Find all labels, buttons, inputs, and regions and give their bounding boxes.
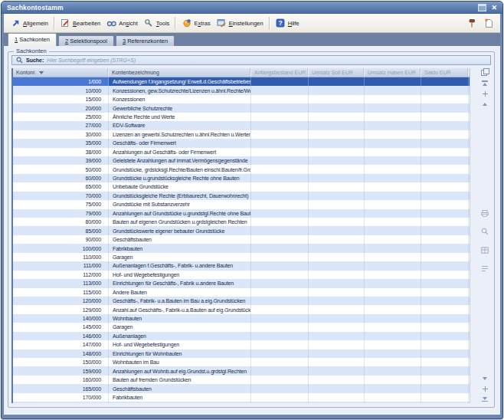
extras-icon bbox=[182, 18, 191, 28]
column-header-saldo[interactable]: Saldo EUR bbox=[421, 68, 469, 77]
saldo-value bbox=[421, 340, 469, 349]
table-row[interactable]: 50/000 Grundstücke, grdstcksgl.Rechte/Ba… bbox=[13, 165, 470, 173]
list-icon[interactable] bbox=[481, 261, 489, 275]
table-row[interactable]: 70/000 Grundstücksgleiche Rechte (Erbbau… bbox=[13, 192, 470, 200]
table-row[interactable]: 85/000 Grundstückswerte eigener bebauter… bbox=[13, 226, 470, 235]
menu-einstellungen[interactable]: Einstellungen bbox=[214, 17, 267, 30]
table-row[interactable]: 100/000 Fabrikbauten bbox=[13, 244, 470, 252]
tab-selektionspool[interactable]: 2 Selektionspool bbox=[58, 35, 114, 46]
table-row[interactable]: 111/000 Außenanlagen f.Geschäfts-, Fabri… bbox=[13, 261, 470, 270]
table-row[interactable]: 27/000 EDV-Software bbox=[13, 121, 470, 130]
umsatz-soll-value bbox=[309, 182, 365, 191]
table-row[interactable]: 148/000 Einrichtungen für Wohnbauten bbox=[13, 349, 470, 358]
column-header-umsatz-haben[interactable]: Umsatz Haben EUR bbox=[365, 68, 421, 77]
menu-ansicht[interactable]: Ansicht bbox=[103, 17, 141, 30]
menu-tools[interactable]: Tools bbox=[141, 17, 173, 30]
scroll-line-down-button[interactable] bbox=[483, 376, 487, 381]
table-row[interactable]: 120/000 Geschäfts-, Fabrik- u.a.Bauten i… bbox=[13, 297, 470, 305]
toolbar-separator bbox=[175, 17, 176, 30]
tab-sachkonten[interactable]: 1 Sachkonten bbox=[8, 33, 57, 46]
table-row[interactable]: 79/000 Anzahlungen auf Grundstücke u.gru… bbox=[13, 209, 470, 218]
table-row[interactable]: 90/000 Geschäftsbauten bbox=[13, 235, 470, 244]
table-row[interactable]: 146/000 Außenanlagen bbox=[13, 332, 470, 340]
anfangsbestand-value bbox=[251, 103, 309, 112]
account-name: Wohnbauten im Bau bbox=[109, 358, 251, 366]
table-row[interactable]: 175/000 Garagen bbox=[13, 402, 470, 403]
saldo-value bbox=[421, 174, 469, 182]
table-row[interactable]: 35/000 Geschäfts- oder Firmenwert bbox=[13, 139, 470, 147]
table-row[interactable]: 38/000 Anzahlungen auf Geschäfts- oder F… bbox=[13, 148, 470, 156]
table-row[interactable]: 65/000 Unbebaute Grundstücke bbox=[13, 182, 470, 191]
table-row[interactable]: 112/000 Hof- und Wegebefestigungen bbox=[13, 271, 470, 279]
magnifier-icon[interactable] bbox=[481, 225, 489, 238]
umsatz-haben-value bbox=[365, 218, 421, 226]
table-row[interactable]: 147/000 Hof- und Wegebefestigungen bbox=[13, 340, 470, 349]
table-row[interactable]: 159/000 Anzahlungen auf Wohnb.auf eig.Gr… bbox=[13, 366, 470, 375]
table-row[interactable]: 75/000 Grundstücke mit Substanzverzehr bbox=[13, 200, 470, 208]
scroll-to-first-button[interactable] bbox=[482, 80, 488, 86]
table-row[interactable]: 110/000 Garagen bbox=[13, 253, 470, 261]
table-row[interactable]: 10/000 Konzessionen, gew.Schutzrechte/Li… bbox=[13, 86, 470, 94]
account-name: Garagen bbox=[109, 323, 251, 331]
column-header-umsatz-soll[interactable]: Umsatz Soll EUR bbox=[309, 68, 365, 77]
table-row[interactable]: 25/000 Ähnliche Rechte und Werte bbox=[13, 113, 470, 121]
umsatz-haben-value bbox=[365, 297, 421, 305]
table-row[interactable]: 140/000 Wohnbauten bbox=[13, 314, 470, 323]
saldo-value bbox=[421, 156, 469, 165]
column-chooser-icon[interactable] bbox=[481, 68, 489, 76]
menu-hilfe[interactable]: ? Hilfe bbox=[273, 17, 303, 30]
notes-icon[interactable] bbox=[483, 18, 493, 28]
scroll-page-up-button[interactable] bbox=[483, 91, 488, 97]
table-row[interactable]: 60/000 Grundstücke u.grundstücksgleiche … bbox=[13, 174, 470, 182]
table-row[interactable]: 80/000 Bauten auf eigenen Grundstücken u… bbox=[13, 218, 470, 226]
umsatz-haben-value bbox=[365, 323, 421, 331]
menu-bearbeiten[interactable]: Bearbeiten bbox=[57, 17, 103, 30]
umsatz-soll-value bbox=[309, 261, 365, 270]
saldo-value bbox=[421, 288, 469, 297]
table-row[interactable]: 170/000 Fabrikbauten bbox=[13, 393, 470, 402]
table-grid-icon[interactable] bbox=[481, 243, 489, 257]
search-input[interactable]: Suche: Hier Suchbegriff eingeben (STRG+S… bbox=[11, 55, 491, 65]
tools-icon bbox=[144, 18, 154, 28]
scroll-line-up-button[interactable] bbox=[483, 102, 487, 107]
table-row[interactable]: 145/000 Garagen bbox=[13, 323, 470, 331]
table-row[interactable]: 39/000 Geleistete Anzahlungen auf immat.… bbox=[13, 156, 470, 165]
tab-referenzkonten[interactable]: 3 Referenzkonten bbox=[116, 35, 175, 46]
menu-extras[interactable]: Extras bbox=[178, 17, 213, 30]
account-number: 129/000 bbox=[13, 305, 109, 313]
umsatz-soll-value bbox=[309, 226, 365, 235]
table-row[interactable]: 150/000 Wohnbauten im Bau bbox=[13, 358, 470, 366]
saldo-value bbox=[421, 314, 469, 323]
column-header-anfangsbestand[interactable]: Anfangsbestand EUR bbox=[251, 68, 309, 77]
app-window: Sachkontostamm ✕ Allgemein Bearbeiten An… bbox=[1, 1, 503, 419]
hammer-icon[interactable] bbox=[467, 18, 477, 28]
scroll-to-last-button[interactable] bbox=[482, 397, 488, 402]
table-row[interactable]: 160/000 Bauten auf fremden Grundstücken bbox=[13, 376, 470, 384]
table-row[interactable]: 15/000 Konzessionen bbox=[13, 95, 470, 103]
printer-icon[interactable] bbox=[481, 206, 489, 220]
table-row[interactable]: 30/000 Lizenzen an gewerbl.Schutzrechten… bbox=[13, 130, 470, 139]
umsatz-soll-value bbox=[309, 314, 365, 323]
account-number: 75/000 bbox=[13, 200, 109, 208]
restore-window-icon[interactable] bbox=[478, 4, 486, 11]
umsatz-haben-value bbox=[365, 402, 421, 403]
scroll-page-down-button[interactable] bbox=[483, 386, 488, 392]
column-header-kontenbezeichnung[interactable]: Kontenbezeichnung bbox=[109, 68, 251, 77]
saldo-value bbox=[421, 323, 469, 331]
column-header-kontonr[interactable]: Kontonr. bbox=[13, 68, 109, 77]
account-number: 165/000 bbox=[13, 384, 109, 392]
menu-label: Hilfe bbox=[288, 20, 299, 27]
account-name: Andere Bauten bbox=[109, 288, 251, 297]
table-row[interactable]: 115/000 Andere Bauten bbox=[13, 288, 470, 297]
table-row[interactable]: 165/000 Geschäftsbauten bbox=[13, 384, 470, 392]
account-number: 115/000 bbox=[13, 288, 109, 297]
account-name: Einrichtungen für Geschäfts-, Fabrik u.a… bbox=[109, 279, 251, 287]
table-row[interactable]: 1/000 Aufwendungen f.Ingangsetzung/ Erwe… bbox=[13, 77, 470, 86]
table-row[interactable]: 113/000 Einrichtungen für Geschäfts-, Fa… bbox=[13, 279, 470, 287]
menu-allgemein[interactable]: Allgemein bbox=[8, 17, 51, 30]
close-window-icon[interactable]: ✕ bbox=[491, 5, 497, 11]
table-row[interactable]: 20/000 Gewerbliche Schutzrechte bbox=[13, 103, 470, 112]
account-number: 80/000 bbox=[13, 218, 109, 226]
table-row[interactable]: 129/000 Anzahl.auf Geschäfts-, Fabrik-u.… bbox=[13, 305, 470, 313]
anfangsbestand-value bbox=[251, 174, 309, 182]
